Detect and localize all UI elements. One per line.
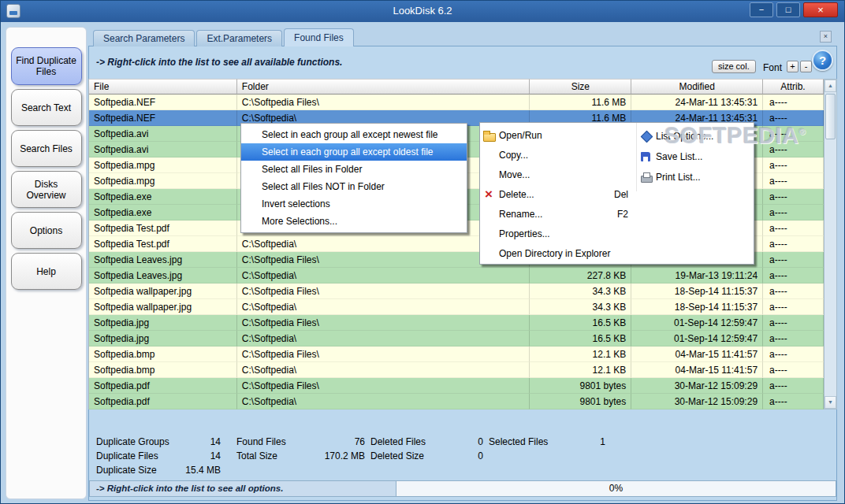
menu-item-label: Open/Run xyxy=(499,130,542,141)
stat-value: 76 xyxy=(355,436,365,447)
sidebar-button[interactable]: Search Text xyxy=(11,89,82,126)
menu-item[interactable]: Print List... xyxy=(637,167,754,187)
table-row[interactable]: Softpedia.jpg C:\Softpedia\ 16.5 KB 01-S… xyxy=(89,331,824,346)
table-row[interactable]: Softpedia.bmp C:\Softpedia Files\ 12.1 K… xyxy=(89,346,824,362)
vertical-scrollbar[interactable]: ▲ ▼ xyxy=(824,79,837,410)
font-label: Font xyxy=(763,62,782,73)
column-header-file[interactable]: File xyxy=(89,79,237,94)
table-row[interactable]: Softpedia wallpaper.jpg C:\Softpedia\ 34… xyxy=(89,299,824,315)
column-header-modified[interactable]: Modified xyxy=(631,79,763,94)
sidebar-button[interactable]: Find Duplicate Files xyxy=(11,47,82,85)
delete-icon xyxy=(480,187,499,202)
cell-attrib: a---- xyxy=(763,158,824,173)
cell-attrib: a---- xyxy=(763,331,824,346)
menu-item[interactable]: Open/Run xyxy=(480,125,636,145)
menu-item[interactable]: Select all Files NOT in Folder xyxy=(241,178,467,195)
cell-attrib: a---- xyxy=(763,268,824,284)
sidebar-button[interactable]: Disks Overview xyxy=(11,171,82,208)
size-col-button[interactable]: size col. xyxy=(712,60,756,73)
cell-attrib: a---- xyxy=(763,315,824,331)
save-icon xyxy=(637,150,656,164)
table-row[interactable]: Softpedia Leaves.jpg C:\Softpedia\ 227.8… xyxy=(89,268,824,284)
table-row[interactable]: Softpedia.bmp C:\Softpedia\ 12.1 KB 04-M… xyxy=(89,362,824,378)
cell-folder: C:\Softpedia\ xyxy=(237,299,530,315)
table-row[interactable]: Softpedia.jpg C:\Softpedia Files\ 16.5 K… xyxy=(89,315,824,331)
menu-item[interactable]: Properties... xyxy=(480,224,636,243)
tab[interactable]: Search Parameters xyxy=(93,30,195,46)
stats-selected: Selected Files 1 xyxy=(489,435,605,449)
menu-item[interactable]: List Options... xyxy=(637,126,754,146)
maximize-button[interactable]: □ xyxy=(776,2,800,17)
minimize-button[interactable]: − xyxy=(750,2,773,17)
menu-item[interactable]: Rename... F2 xyxy=(480,204,636,224)
cell-file: Softpedia Test.pdf xyxy=(89,236,237,252)
font-increase-button[interactable]: + xyxy=(787,61,798,72)
menu-item[interactable]: Save List... xyxy=(637,146,754,167)
sidebar-button[interactable]: Options xyxy=(11,212,82,249)
menu-item[interactable]: Select in each group all except oldest f… xyxy=(241,143,467,161)
table-row[interactable]: Softpedia wallpaper.jpg C:\Softpedia Fil… xyxy=(89,284,824,299)
menu-item-icon xyxy=(480,168,499,182)
status-bar: -> Right-click into the list to see all … xyxy=(89,480,836,497)
menu-item[interactable]: Open Directory in Explorer xyxy=(480,243,636,263)
scroll-up-icon[interactable]: ▲ xyxy=(825,80,836,92)
column-header-size[interactable]: Size xyxy=(530,79,631,94)
sidebar-button[interactable]: Help xyxy=(11,253,82,290)
cell-attrib: a---- xyxy=(763,94,824,110)
close-button[interactable]: × xyxy=(803,2,838,17)
cell-modified: 24-Mar-11 13:45:31 xyxy=(631,94,763,110)
menu-item-label: Move... xyxy=(499,169,530,180)
table-header-row: File Folder Size Modified Attrib. xyxy=(89,79,824,94)
cell-file: Softpedia.bmp xyxy=(89,346,237,362)
table-row[interactable]: Softpedia.NEF C:\Softpedia Files\ 11.6 M… xyxy=(89,94,824,110)
tab[interactable]: Ext.Parameters xyxy=(196,30,282,46)
table-row[interactable]: Softpedia.pdf C:\Softpedia\ 9801 bytes 3… xyxy=(89,394,824,410)
cell-attrib: a---- xyxy=(763,299,824,315)
menu-item-icon xyxy=(480,148,499,162)
menu-item-shortcut: Del xyxy=(614,189,636,200)
menu-item-label: Rename... xyxy=(499,209,542,220)
font-decrease-button[interactable]: - xyxy=(800,61,812,72)
cell-folder: C:\Softpedia Files\ xyxy=(237,346,530,362)
menu-item[interactable]: Select in each group all except newest f… xyxy=(241,126,467,143)
stat-row: Duplicate Files 14 xyxy=(96,449,221,463)
file-context-menu: Open/Run Copy... Move... Delete... Del xyxy=(479,122,754,265)
list-hint-text: -> Right-click into the list to see all … xyxy=(96,57,342,68)
cell-modified: 01-Sep-14 12:59:47 xyxy=(631,331,763,346)
sidebar-button[interactable]: Search Files xyxy=(11,130,82,167)
cell-attrib: a---- xyxy=(763,378,824,394)
menu-item[interactable]: Invert selections xyxy=(241,195,467,213)
stat-value: 0 xyxy=(478,450,483,461)
scroll-down-icon[interactable]: ▼ xyxy=(825,396,836,409)
menu-item[interactable]: Move... xyxy=(480,165,636,184)
menu-item[interactable]: More Selections... xyxy=(241,213,467,230)
cell-folder: C:\Softpedia\ xyxy=(237,362,530,378)
cell-size: 227.8 KB xyxy=(530,268,631,284)
cell-attrib: a---- xyxy=(763,362,824,378)
panel-close-icon[interactable]: × xyxy=(820,31,832,43)
progress-bar: 0% xyxy=(396,480,836,497)
table-row[interactable]: Softpedia.pdf C:\Softpedia Files\ 9801 b… xyxy=(89,378,824,394)
scrollbar-thumb[interactable] xyxy=(825,94,836,139)
cell-modified: 30-Mar-12 15:09:29 xyxy=(631,378,763,394)
column-header-attrib[interactable]: Attrib. xyxy=(763,79,824,94)
menu-item-label: Print List... xyxy=(656,172,701,183)
cell-file: Softpedia Leaves.jpg xyxy=(89,268,237,284)
status-hint-text: -> Right-click into the list to see all … xyxy=(89,480,396,497)
menu-item-label: List Options... xyxy=(656,131,713,142)
help-icon[interactable]: ? xyxy=(812,50,833,71)
cell-file: Softpedia.mpg xyxy=(89,158,237,173)
menu-item[interactable]: Select all Files in Folder xyxy=(241,161,467,178)
cell-modified: 30-Mar-12 15:09:29 xyxy=(631,394,763,410)
cell-folder: C:\Softpedia Files\ xyxy=(237,315,530,331)
cell-folder: C:\Softpedia Files\ xyxy=(237,378,530,394)
menu-item-shortcut: F2 xyxy=(617,209,636,220)
tab[interactable]: Found Files xyxy=(284,28,354,46)
stat-row: Duplicate Groups 14 xyxy=(96,435,221,449)
cell-file: Softpedia.jpg xyxy=(89,331,237,346)
column-header-folder[interactable]: Folder xyxy=(237,79,530,94)
menu-item[interactable]: Delete... Del xyxy=(480,184,636,204)
menu-item-label: Save List... xyxy=(656,151,702,162)
stat-value: 14 xyxy=(210,450,221,461)
menu-item[interactable]: Copy... xyxy=(480,145,636,165)
